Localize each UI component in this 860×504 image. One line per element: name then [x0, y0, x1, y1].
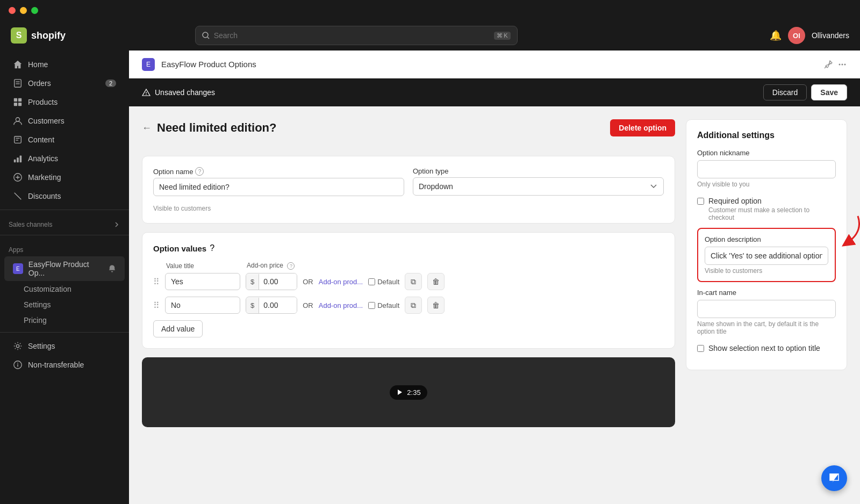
addon-prod-link-yes[interactable]: Add-on prod... [319, 278, 363, 286]
pin-icon[interactable] [823, 60, 833, 69]
drag-handle-no[interactable]: ⠿ [153, 300, 160, 311]
sidebar-item-products[interactable]: Products [4, 93, 125, 111]
value-title-input-no[interactable] [165, 297, 240, 314]
addon-price-header: Add-on price ? [247, 262, 333, 270]
drag-handle-yes[interactable]: ⠿ [153, 277, 160, 287]
or-text-yes: OR [303, 278, 313, 286]
save-button[interactable]: Save [811, 84, 847, 100]
discard-button[interactable]: Discard [763, 84, 807, 100]
value-title-header: Value title [166, 262, 241, 270]
easyflow-bell-icon [108, 264, 116, 273]
sales-channels-section: Sales channels [0, 214, 129, 231]
page-title-left: ← Need limited edition? [142, 121, 276, 135]
sidebar-item-home[interactable]: Home [4, 55, 125, 74]
svg-rect-15 [20, 156, 22, 163]
addon-price-input-yes[interactable] [259, 273, 297, 290]
option-description-input[interactable] [705, 247, 828, 265]
section-title-row: Option values ? [153, 243, 664, 253]
required-option-row: Required option Customer must make a sel… [697, 197, 836, 221]
page-title: Need limited edition? [157, 121, 276, 135]
option-nickname-input[interactable] [697, 160, 836, 178]
sidebar-item-marketing[interactable]: Marketing [4, 168, 125, 186]
option-name-help-icon[interactable]: ? [195, 167, 204, 176]
required-option-checkbox[interactable] [697, 198, 704, 205]
sidebar-sub-pricing[interactable]: Pricing [4, 313, 125, 328]
svg-point-17 [16, 344, 19, 347]
addon-price-help-icon[interactable]: ? [287, 262, 295, 270]
top-navigation: S shopify ⌘ K 🔔 Ol Ollivanders [0, 20, 860, 51]
option-type-group: Option type Dropdown [413, 167, 664, 196]
marketing-icon [13, 172, 23, 182]
discounts-icon [13, 191, 23, 201]
default-check-yes[interactable] [368, 278, 375, 285]
option-values-title: Option values [153, 244, 206, 253]
option-name-group: Option name ? [153, 167, 404, 196]
visible-to-customers-hint: Visible to customers [153, 205, 664, 212]
unsaved-changes-bar: Unsaved changes Discard Save [129, 78, 860, 106]
search-input[interactable] [214, 31, 490, 40]
option-name-type-row: Option name ? Option type Dropdown [153, 167, 664, 196]
delete-btn-no[interactable]: 🗑 [427, 297, 445, 314]
analytics-icon [13, 154, 23, 163]
default-checkbox-no[interactable]: Default [368, 301, 399, 309]
addon-price-input-no[interactable] [259, 297, 297, 313]
sidebar-item-discounts[interactable]: Discounts [4, 187, 125, 205]
store-name: Ollivanders [812, 31, 849, 40]
sidebar-sub-customization[interactable]: Customization [4, 282, 125, 297]
delete-btn-yes[interactable]: 🗑 [427, 273, 445, 290]
easyflow-icon: E [13, 263, 23, 274]
additional-settings-panel: Additional settings Option nickname Only… [686, 119, 847, 491]
avatar[interactable]: Ol [788, 27, 805, 44]
orders-icon [13, 78, 23, 88]
search-icon [202, 32, 210, 39]
play-button[interactable]: 2:35 [390, 385, 427, 400]
option-type-select[interactable]: Dropdown [413, 177, 664, 196]
in-cart-name-input[interactable] [697, 300, 836, 318]
sidebar-item-settings[interactable]: Settings [4, 337, 125, 355]
add-value-button[interactable]: Add value [153, 320, 203, 337]
value-row-yes: ⠿ $ OR Add-on prod... Default ⧉ [153, 273, 664, 290]
addon-prod-link-no[interactable]: Add-on prod... [319, 301, 363, 309]
close-dot[interactable] [9, 7, 16, 14]
option-values-help-icon[interactable]: ? [210, 243, 214, 253]
sidebar-item-analytics[interactable]: Analytics [4, 149, 125, 168]
video-thumbnail[interactable]: 2:35 [142, 357, 675, 427]
dollar-sign-no: $ [246, 298, 259, 313]
info-icon [13, 360, 23, 370]
svg-line-1 [207, 37, 209, 39]
copy-btn-yes[interactable]: ⧉ [405, 273, 422, 290]
notifications-icon[interactable]: 🔔 [770, 30, 782, 41]
chevron-right-icon [113, 221, 120, 228]
sidebar-item-easyflow[interactable]: E EasyFlow Product Op... [4, 256, 125, 281]
sidebar-sub-settings[interactable]: Settings [4, 297, 125, 312]
in-cart-name-label: In-cart name [697, 289, 836, 297]
sidebar-item-content[interactable]: Content [4, 131, 125, 149]
svg-point-9 [16, 118, 19, 121]
option-nickname-label: Option nickname [697, 149, 836, 157]
copy-btn-no[interactable]: ⧉ [405, 297, 422, 314]
sidebar-item-non-transferable[interactable]: Non-transferable [4, 356, 125, 374]
svg-point-20 [17, 363, 18, 364]
svg-rect-8 [18, 103, 22, 106]
show-selection-checkbox[interactable] [697, 345, 704, 352]
in-cart-name-hint: Name shown in the cart, by default it is… [697, 320, 836, 335]
minimize-dot[interactable] [20, 7, 27, 14]
search-bar[interactable]: ⌘ K [195, 26, 518, 45]
more-icon[interactable] [837, 60, 847, 69]
default-checkbox-yes[interactable]: Default [368, 278, 399, 286]
required-option-label: Required option [708, 197, 836, 205]
default-check-no[interactable] [368, 302, 375, 309]
option-name-input[interactable] [153, 178, 404, 196]
main-content: E EasyFlow Product Options Unsaved chang… [129, 51, 860, 504]
chat-bubble-button[interactable] [821, 465, 847, 491]
sidebar-item-orders[interactable]: Orders 2 [4, 74, 125, 92]
value-title-input-yes[interactable] [165, 273, 240, 290]
unsaved-text: Unsaved changes [142, 88, 215, 97]
back-arrow-icon[interactable]: ← [142, 123, 152, 134]
value-column-headers: Value title Add-on price ? [153, 262, 664, 270]
app-header-icon: E [142, 58, 155, 71]
delete-option-button[interactable]: Delete option [610, 119, 675, 136]
show-selection-label: Show selection next to option title [708, 344, 820, 352]
sidebar-item-customers[interactable]: Customers [4, 112, 125, 130]
maximize-dot[interactable] [31, 7, 38, 14]
